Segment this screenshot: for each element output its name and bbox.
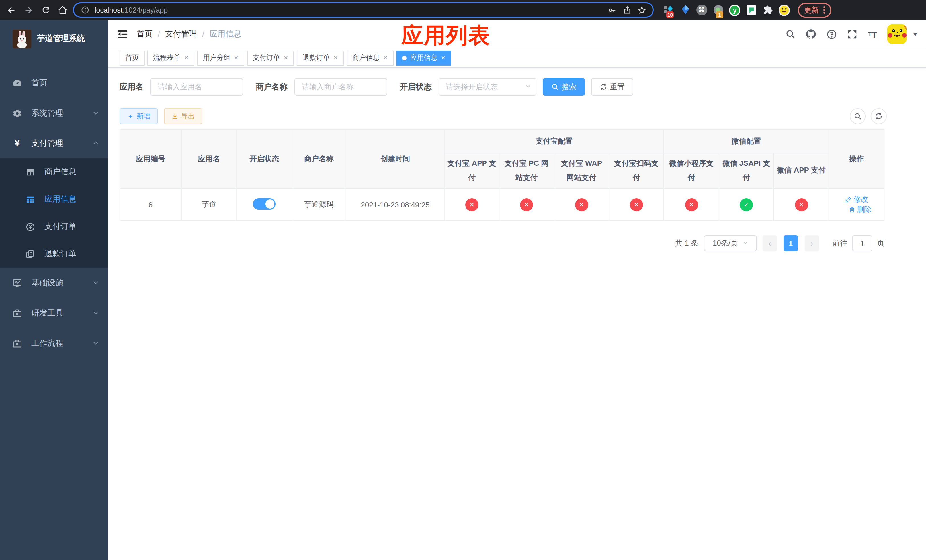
extension-command-icon[interactable]: ⌘ [696, 4, 707, 16]
search-icon[interactable] [785, 29, 796, 40]
sidebar-menu: 首页 系统管理 ¥ 支付管理 [0, 68, 108, 358]
group-wechat-config: 微信配置 [664, 130, 829, 153]
monitor-chart-icon [12, 278, 22, 288]
browser-chrome: localhost:1024/pay/app 10 ⌘ [0, 0, 926, 20]
goto-prefix: 前往 [832, 238, 847, 249]
fullscreen-icon[interactable] [846, 29, 858, 40]
user-avatar[interactable] [887, 24, 906, 44]
page-size-select[interactable]: 10条/页 [704, 236, 757, 251]
add-button[interactable]: ＋ 新增 [120, 108, 158, 124]
status-select[interactable]: 请选择开启状态 [439, 78, 536, 96]
github-icon[interactable] [805, 29, 817, 40]
browser-back-button[interactable] [5, 3, 18, 17]
sidebar-item-pay[interactable]: ¥ 支付管理 [0, 128, 108, 158]
sidebar-item-system[interactable]: 系统管理 [0, 98, 108, 128]
close-icon[interactable]: ✕ [284, 55, 289, 61]
tab-user-group[interactable]: 用户分组✕ [197, 50, 244, 65]
col-alipay-wap: 支付宝 WAP 网站支付 [554, 153, 609, 189]
yen-icon: ¥ [12, 138, 22, 148]
site-info-icon[interactable] [80, 5, 90, 15]
browser-reload-button[interactable] [39, 3, 52, 17]
tab-app-info[interactable]: 应用信息✕ [396, 50, 451, 65]
font-size-icon[interactable]: TT [867, 29, 878, 40]
sidebar-item-merchant-info[interactable]: 商户信息 [0, 158, 108, 186]
extension-kite-icon[interactable] [679, 4, 691, 16]
sidebar-item-refund-order[interactable]: 退款订单 [0, 241, 108, 268]
caret-down-icon[interactable]: ▼ [912, 31, 918, 37]
back-icon [6, 5, 17, 15]
breadcrumb-home[interactable]: 首页 [137, 29, 153, 39]
annotation-app-list: 应用列表 [401, 21, 490, 50]
sidebar-item-app-info[interactable]: 应用信息 [0, 186, 108, 213]
extension-recorder-icon[interactable]: 1 [713, 4, 724, 16]
extension-badge: 1 [716, 11, 723, 18]
sidebar-item-home[interactable]: 首页 [0, 68, 108, 98]
tab-refund-order[interactable]: 退款订单✕ [297, 50, 344, 65]
sidebar-item-pay-order[interactable]: 支付订单 [0, 213, 108, 241]
edit-button[interactable]: 修改 [845, 195, 868, 205]
chevron-down-icon [525, 83, 531, 91]
share-icon[interactable] [622, 5, 632, 15]
close-icon[interactable]: ✕ [383, 55, 388, 61]
help-icon[interactable] [826, 29, 837, 40]
browser-profile-avatar[interactable] [779, 4, 790, 16]
browser-home-button[interactable] [56, 3, 70, 17]
chevron-down-icon [92, 278, 99, 288]
delete-button[interactable]: 删除 [848, 205, 872, 215]
extensions-puzzle-icon[interactable] [762, 4, 773, 16]
status-cross-icon: ✕ [465, 198, 478, 211]
close-icon[interactable]: ✕ [333, 55, 338, 61]
merchant-name-input[interactable]: 请输入商户名称 [294, 78, 387, 96]
app-table: 应用编号 应用名 开启状态 商户名称 创建时间 支付宝配置 微信配置 操作 支付… [120, 129, 884, 221]
browser-menu-icon[interactable] [823, 6, 825, 14]
breadcrumb: 首页 / 支付管理 / 应用信息 [137, 29, 242, 39]
bookmark-star-icon[interactable] [637, 5, 647, 15]
sidebar-collapse-icon[interactable] [116, 28, 129, 41]
next-page-button[interactable]: › [805, 236, 819, 251]
show-search-toggle-button[interactable] [850, 108, 865, 124]
goto-suffix: 页 [877, 238, 884, 249]
chevron-down-icon [92, 339, 99, 348]
tab-merchant-info[interactable]: 商户信息✕ [346, 50, 393, 65]
url-bar[interactable]: localhost:1024/pay/app [73, 2, 654, 18]
goto-page-input[interactable]: 1 [852, 236, 873, 251]
status-cross-icon: ✕ [520, 198, 533, 211]
browser-forward-button[interactable] [22, 3, 35, 17]
update-label: 更新 [804, 5, 819, 15]
tab-process-form[interactable]: 流程表单✕ [147, 50, 195, 65]
status-cross-icon: ✕ [685, 198, 698, 211]
navbar-actions: TT ▼ [785, 24, 918, 44]
refresh-table-button[interactable] [871, 108, 887, 124]
sidebar-item-infra[interactable]: 基础设施 [0, 268, 108, 298]
tab-pay-order[interactable]: 支付订单✕ [247, 50, 294, 65]
browser-extensions: 10 ⌘ 1 y [663, 4, 790, 16]
col-alipay-qr: 支付宝扫码支付 [609, 153, 664, 189]
sidebar-logo[interactable]: 芋道管理系统 [0, 20, 108, 58]
app-name-input[interactable]: 请输入应用名 [150, 78, 243, 96]
breadcrumb-pay[interactable]: 支付管理 [165, 29, 197, 39]
extension-chat-icon[interactable] [746, 4, 757, 16]
extension-grid-icon[interactable]: 10 [663, 4, 674, 16]
prev-page-button[interactable]: ‹ [763, 236, 777, 251]
search-button[interactable]: 搜索 [543, 78, 585, 96]
status-cross-icon: ✕ [630, 198, 643, 211]
extension-y-icon[interactable]: y [729, 4, 740, 16]
close-icon[interactable]: ✕ [184, 55, 189, 61]
password-key-icon[interactable] [607, 5, 617, 15]
sidebar-item-dev-tools[interactable]: 研发工具 [0, 298, 108, 328]
app-title: 芋道管理系统 [37, 33, 85, 44]
sidebar-item-workflow[interactable]: 工作流程 [0, 328, 108, 358]
tab-home[interactable]: 首页 [120, 50, 145, 65]
close-icon[interactable]: ✕ [234, 55, 239, 61]
cell-merchant: 芋道源码 [292, 189, 346, 221]
tags-view: 首页 流程表单✕ 用户分组✕ 支付订单✕ 退款订单✕ 商户信息✕ 应用信息✕ [108, 48, 926, 68]
update-button[interactable]: 更新 [798, 3, 831, 17]
page-number-1[interactable]: 1 [784, 236, 798, 251]
enabled-toggle[interactable] [253, 198, 275, 210]
close-icon[interactable]: ✕ [441, 55, 446, 61]
status-cross-icon: ✕ [575, 198, 588, 211]
reset-button[interactable]: 重置 [591, 78, 633, 96]
export-button[interactable]: 导出 [164, 108, 202, 124]
logo-rabbit-image [12, 29, 31, 48]
chevron-up-icon [92, 139, 99, 148]
